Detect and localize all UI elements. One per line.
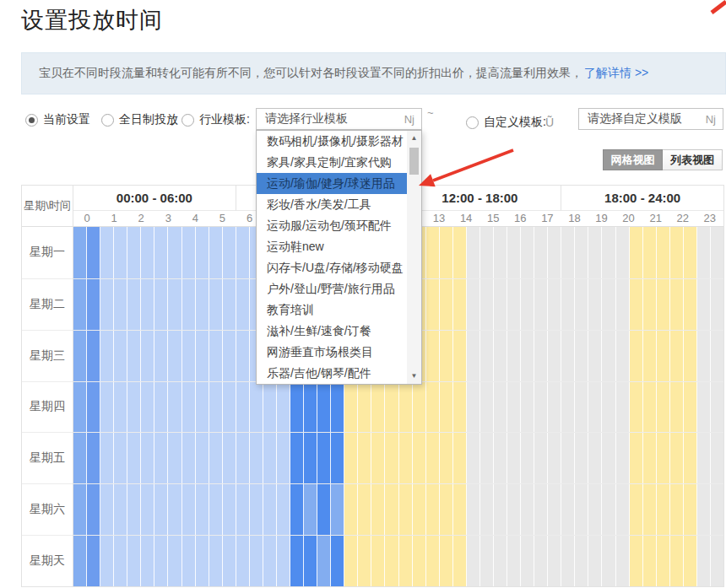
schedule-cell[interactable] — [534, 536, 548, 586]
schedule-cell[interactable] — [630, 536, 643, 586]
schedule-cell[interactable] — [440, 279, 453, 330]
schedule-cell[interactable] — [73, 433, 87, 483]
schedule-cell[interactable] — [358, 433, 371, 483]
schedule-cell[interactable] — [657, 279, 670, 330]
grid-view-button[interactable]: 网格视图 — [603, 149, 663, 170]
schedule-cell[interactable] — [561, 331, 575, 381]
schedule-cell[interactable] — [440, 331, 453, 381]
schedule-cell[interactable] — [548, 331, 561, 381]
schedule-cell[interactable] — [494, 227, 507, 278]
schedule-cell[interactable] — [331, 433, 344, 483]
schedule-cell[interactable] — [670, 331, 684, 381]
radio-icon[interactable] — [182, 114, 194, 127]
schedule-cell[interactable] — [73, 536, 87, 586]
schedule-cell[interactable] — [440, 484, 453, 535]
schedule-cell[interactable] — [263, 382, 277, 433]
schedule-cell[interactable] — [344, 382, 358, 433]
schedule-cell[interactable] — [494, 433, 507, 483]
schedule-cell[interactable] — [127, 382, 141, 433]
schedule-cell[interactable] — [467, 433, 480, 483]
schedule-cell[interactable] — [684, 227, 697, 278]
schedule-cell[interactable] — [616, 484, 630, 535]
schedule-cell[interactable] — [534, 433, 548, 483]
radio-icon[interactable] — [101, 114, 114, 127]
schedule-cell[interactable] — [141, 331, 154, 381]
radio-current-setting[interactable]: 当前设置 — [25, 112, 90, 127]
schedule-cell[interactable] — [711, 536, 723, 586]
schedule-cell[interactable] — [575, 331, 588, 381]
schedule-cell[interactable] — [127, 484, 141, 535]
schedule-cell[interactable] — [371, 484, 385, 535]
schedule-cell[interactable] — [100, 484, 114, 535]
schedule-cell[interactable] — [87, 331, 100, 381]
schedule-cell[interactable] — [127, 227, 141, 278]
schedule-cell[interactable] — [711, 279, 723, 330]
schedule-cell[interactable] — [588, 331, 602, 381]
schedule-cell[interactable] — [670, 279, 684, 330]
schedule-cell[interactable] — [277, 536, 290, 586]
schedule-cell[interactable] — [711, 382, 723, 433]
schedule-cell[interactable] — [453, 382, 467, 433]
schedule-cell[interactable] — [87, 536, 100, 586]
dropdown-option[interactable]: 滋补/生鲜/速食/订餐 — [257, 321, 407, 342]
schedule-cell[interactable] — [534, 382, 548, 433]
schedule-cell[interactable] — [440, 433, 453, 483]
schedule-cell[interactable] — [548, 227, 561, 278]
schedule-cell[interactable] — [630, 227, 643, 278]
schedule-cell[interactable] — [684, 536, 697, 586]
radio-selected-icon[interactable] — [25, 114, 38, 127]
schedule-cell[interactable] — [290, 536, 304, 586]
schedule-cell[interactable] — [507, 331, 521, 381]
learn-more-link[interactable]: 了解详情 >> — [584, 66, 648, 81]
schedule-cell[interactable] — [561, 227, 575, 278]
schedule-cell[interactable] — [588, 279, 602, 330]
dropdown-option[interactable]: 数码相机/摄像机/摄影器材 — [257, 131, 407, 152]
schedule-cell[interactable] — [697, 382, 711, 433]
schedule-cell[interactable] — [711, 331, 723, 381]
dropdown-option[interactable]: 乐器/吉他/钢琴/配件 — [257, 363, 407, 384]
schedule-cell[interactable] — [141, 279, 154, 330]
schedule-cell[interactable] — [196, 382, 209, 433]
schedule-cell[interactable] — [657, 536, 670, 586]
dropdown-option[interactable]: 家具/家具定制/宜家代购 — [257, 152, 407, 173]
schedule-cell[interactable] — [480, 279, 494, 330]
schedule-cell[interactable] — [521, 279, 534, 330]
schedule-cell[interactable] — [209, 433, 223, 483]
schedule-cell[interactable] — [223, 484, 236, 535]
radio-industry-template[interactable]: 行业模板: — [182, 112, 250, 127]
schedule-cell[interactable] — [317, 382, 331, 433]
schedule-cell[interactable] — [561, 279, 575, 330]
schedule-cell[interactable] — [250, 536, 263, 586]
schedule-cell[interactable] — [358, 382, 371, 433]
schedule-cell[interactable] — [263, 484, 277, 535]
schedule-cell[interactable] — [236, 227, 250, 278]
schedule-cell[interactable] — [209, 331, 223, 381]
schedule-cell[interactable] — [670, 536, 684, 586]
schedule-cell[interactable] — [630, 279, 643, 330]
schedule-cell[interactable] — [154, 484, 168, 535]
schedule-cell[interactable] — [358, 484, 371, 535]
schedule-cell[interactable] — [467, 227, 480, 278]
schedule-cell[interactable] — [507, 227, 521, 278]
schedule-cell[interactable] — [236, 382, 250, 433]
schedule-cell[interactable] — [114, 227, 127, 278]
schedule-cell[interactable] — [182, 536, 196, 586]
schedule-cell[interactable] — [534, 227, 548, 278]
schedule-cell[interactable] — [371, 382, 385, 433]
schedule-cell[interactable] — [521, 484, 534, 535]
schedule-cell[interactable] — [711, 484, 723, 535]
schedule-cell[interactable] — [684, 484, 697, 535]
schedule-cell[interactable] — [317, 484, 331, 535]
schedule-cell[interactable] — [114, 536, 127, 586]
schedule-cell[interactable] — [697, 536, 711, 586]
schedule-cell[interactable] — [209, 279, 223, 330]
schedule-cell[interactable] — [277, 484, 290, 535]
dropdown-option[interactable]: 户外/登山/野营/旅行用品 — [257, 278, 407, 299]
schedule-cell[interactable] — [670, 382, 684, 433]
schedule-cell[interactable] — [413, 382, 426, 433]
schedule-cell[interactable] — [480, 484, 494, 535]
scrollbar-thumb[interactable] — [409, 148, 419, 175]
schedule-cell[interactable] — [711, 433, 723, 483]
schedule-cell[interactable] — [87, 433, 100, 483]
scroll-down-icon[interactable]: ▼ — [407, 369, 421, 384]
